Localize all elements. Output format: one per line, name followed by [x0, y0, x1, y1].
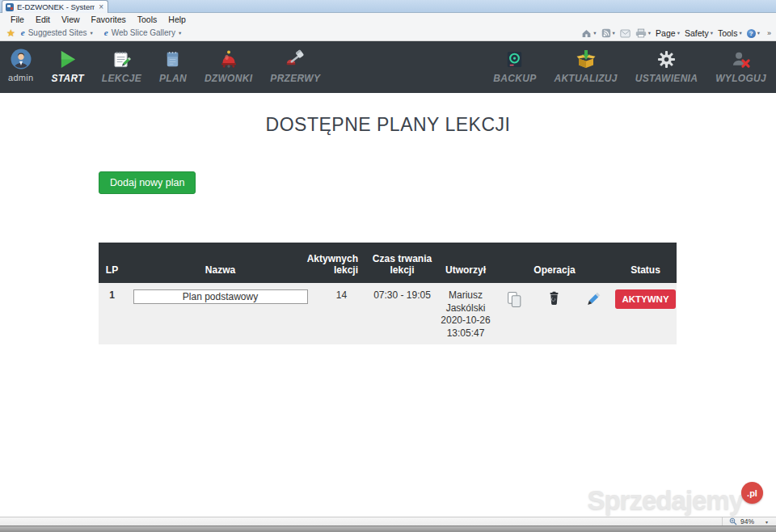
- col-header-operacja: Operacja: [495, 243, 614, 283]
- home-icon: [581, 28, 592, 39]
- tools-menu-arrow-icon: ▾: [739, 30, 741, 36]
- help-menu-arrow-icon: ▾: [757, 30, 760, 36]
- nav-item-wyloguj[interactable]: WYLOGUJ: [715, 41, 766, 93]
- help-menu[interactable]: ? ▾: [747, 29, 760, 38]
- printer-icon: [635, 28, 647, 38]
- col-header-utworzyl: Utworzył: [436, 243, 495, 283]
- suggested-sites-label: Suggested Sites: [28, 28, 87, 37]
- copy-plan-button[interactable]: [506, 291, 523, 308]
- nav-item-ustawienia[interactable]: USTAWIENIA: [635, 41, 698, 93]
- plans-table: LP Nazwa Aktywnych lekcji Czas trwania l…: [99, 243, 677, 344]
- nav-label-przerwy: PRZERWY: [270, 73, 320, 84]
- taskbar-strip: [0, 526, 776, 532]
- row-author-cell: Mariusz Jaskólski 2020-10-26 13:05:47: [436, 289, 495, 344]
- author-last-name: Jaskólski: [436, 302, 495, 315]
- nav-item-przerwy[interactable]: PRZERWY: [270, 41, 320, 93]
- author-date: 2020-10-26: [436, 315, 495, 327]
- watermark-text: Sprzedajemy: [587, 485, 743, 516]
- menu-item-favorites[interactable]: Favorites: [86, 15, 132, 24]
- nav-label-backup: BACKUP: [493, 73, 536, 84]
- browser-tab[interactable]: E-DZWONEK - System Dzw... ×: [2, 0, 108, 13]
- delete-plan-button[interactable]: [548, 291, 560, 306]
- row-duration-value: 07:30 - 19:05: [368, 289, 436, 344]
- nav-label-ustawienia: USTAWIENIA: [635, 73, 698, 84]
- menu-item-edit[interactable]: Edit: [30, 15, 56, 24]
- menu-bar: File Edit View Favorites Tools Help: [0, 13, 776, 25]
- safety-menu-label: Safety: [685, 28, 709, 38]
- read-mail-icon[interactable]: [620, 29, 630, 38]
- menu-item-file[interactable]: File: [5, 15, 30, 24]
- author-first-name: Mariusz: [436, 289, 495, 302]
- zoom-magnifier-icon: [729, 517, 737, 526]
- row-operations-cell: [495, 289, 614, 344]
- nav-item-aktualizuj[interactable]: AKTUALIZUJ: [554, 41, 617, 93]
- nav-item-dzwonki[interactable]: DZWONKI: [205, 41, 252, 93]
- web-slice-gallery-item[interactable]: e Web Slice Gallery ▾: [104, 28, 181, 37]
- nav-label-start: START: [51, 73, 83, 84]
- home-button[interactable]: ▾: [581, 28, 596, 39]
- rss-feed-icon: [601, 28, 611, 38]
- alarm-bell-icon: [218, 48, 239, 70]
- menu-item-tools[interactable]: Tools: [132, 15, 163, 24]
- nav-label-dzwonki: DZWONKI: [205, 73, 252, 84]
- add-plan-button[interactable]: Dodaj nowy plan: [99, 171, 196, 194]
- row-status-cell: AKTYWNY: [614, 289, 677, 344]
- toolbar-overflow-chevron-icon[interactable]: »: [767, 29, 771, 37]
- zoom-dropdown-arrow-icon[interactable]: ▾: [765, 519, 768, 525]
- print-button[interactable]: ▾: [635, 28, 651, 38]
- edit-plan-button[interactable]: [584, 291, 601, 308]
- menu-item-view[interactable]: View: [56, 15, 86, 24]
- feeds-button[interactable]: ▾: [601, 28, 615, 38]
- site-favicon-icon: [6, 3, 14, 11]
- tab-close-icon[interactable]: ×: [98, 3, 104, 11]
- row-lp-value: 1: [99, 289, 125, 344]
- nav-item-lekcje[interactable]: LEKCJE: [102, 41, 141, 93]
- col-header-aktywnych-lekcji: Aktywnych lekcji: [315, 243, 368, 283]
- col-header-nazwa: Nazwa: [125, 243, 315, 283]
- gavel-icon: [285, 48, 306, 70]
- status-badge[interactable]: AKTYWNY: [615, 289, 675, 309]
- nav-item-start[interactable]: START: [51, 41, 83, 93]
- nav-label-admin: admin: [8, 73, 33, 82]
- plan-name-input[interactable]: [133, 289, 308, 304]
- zoom-control[interactable]: 94% ▾: [722, 517, 768, 526]
- page-title: DOSTĘPNE PLANY LEKCJI: [0, 114, 776, 136]
- page-content: DOSTĘPNE PLANY LEKCJI Dodaj nowy plan LP…: [0, 114, 776, 344]
- notebook-icon: [163, 48, 182, 70]
- tab-title: E-DZWONEK - System Dzw...: [17, 2, 95, 11]
- nav-item-admin[interactable]: admin: [8, 41, 33, 93]
- suggested-sites-arrow-icon: ▾: [90, 30, 92, 36]
- safety-menu[interactable]: Safety ▾: [685, 28, 713, 38]
- feeds-dropdown-arrow-icon: ▾: [613, 30, 615, 36]
- suggested-sites-item[interactable]: e Suggested Sites ▾: [21, 28, 93, 37]
- help-icon: ?: [747, 29, 756, 38]
- menu-item-help[interactable]: Help: [162, 15, 192, 24]
- web-slice-gallery-label: Web Slice Gallery: [112, 28, 175, 37]
- col-header-status: Status: [614, 243, 677, 283]
- update-package-icon: [576, 48, 597, 70]
- page-menu[interactable]: Page ▾: [656, 28, 680, 38]
- page-menu-label: Page: [656, 28, 676, 38]
- nav-item-plan[interactable]: PLAN: [159, 41, 187, 93]
- copy-icon: [506, 291, 523, 308]
- ie-page-icon: e: [21, 28, 25, 37]
- app-nav-bar: admin START LEKCJE PLAN: [0, 41, 776, 93]
- tools-menu[interactable]: Tools ▾: [718, 28, 742, 38]
- nav-item-backup[interactable]: BACKUP: [493, 41, 536, 93]
- nav-label-aktualizuj: AKTUALIZUJ: [554, 73, 617, 84]
- gear-icon: [657, 48, 676, 70]
- page-menu-arrow-icon: ▾: [677, 30, 680, 36]
- col-header-czas-trwania: Czas trwania lekcji: [368, 243, 436, 283]
- browser-tab-bar: E-DZWONEK - System Dzw... ×: [0, 0, 776, 13]
- favorites-star-icon[interactable]: ★: [6, 27, 15, 39]
- row-name-cell: [125, 289, 315, 344]
- author-time: 13:05:47: [436, 327, 495, 340]
- play-icon: [57, 48, 78, 70]
- watermark: Sprzedajemy .pl: [587, 485, 763, 516]
- home-dropdown-arrow-icon: ▾: [593, 30, 596, 36]
- trash-icon: [548, 291, 560, 306]
- favorites-bar: ★ e Suggested Sites ▾ e Web Slice Galler…: [0, 25, 776, 41]
- watermark-pl-badge: .pl: [741, 482, 763, 504]
- browser-window: E-DZWONEK - System Dzw... × File Edit Vi…: [0, 0, 776, 532]
- ie-page-icon: e: [104, 28, 108, 37]
